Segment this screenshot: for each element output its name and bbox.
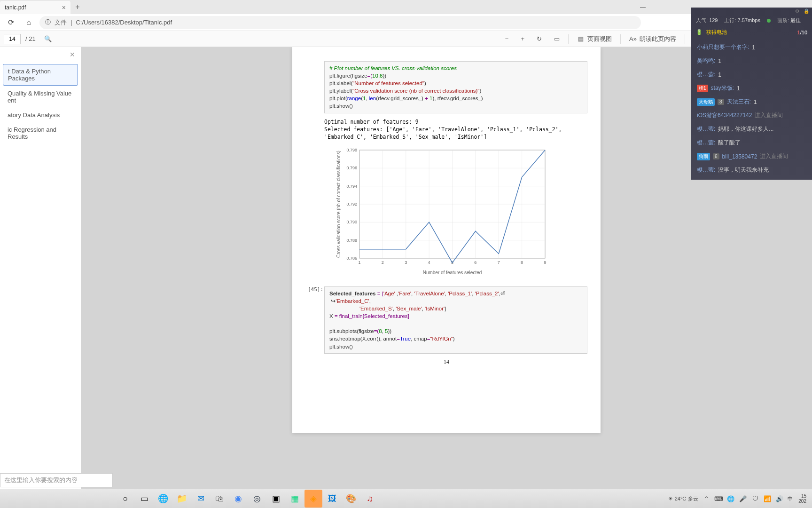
upload-label: 上行: xyxy=(724,17,736,23)
security-icon[interactable]: 🛡 xyxy=(751,494,759,503)
chat-item: 小莉只想要一个名字:1 xyxy=(691,40,812,54)
svg-text:2: 2 xyxy=(382,260,384,265)
t: =( xyxy=(367,73,373,79)
chat-msg: 没事，明天我来补充 xyxy=(718,166,769,174)
svg-text:0.786: 0.786 xyxy=(346,256,357,261)
svg-text:0.796: 0.796 xyxy=(346,166,357,170)
url-input[interactable]: ⓘ 文件 | C:/Users/16382/Desktop/Titanic.pd… xyxy=(39,16,641,29)
chat-user: 天法三石: xyxy=(727,98,751,106)
taskview-icon[interactable]: ▭ xyxy=(135,490,153,508)
close-icon[interactable]: × xyxy=(62,4,66,11)
t: .figure(figsize xyxy=(335,73,367,79)
pdf-toolbar: / 21 🔍 − + ↻ ▭ ▤ 页面视图 A» 朗读此页内容 ▽ 绘制 ▾ ✎… xyxy=(0,31,812,47)
weather-widget[interactable]: ☀ 24°C 多云 xyxy=(668,495,699,502)
chat-item: 榜1stay米饭:1 xyxy=(691,81,812,95)
chat-list[interactable]: 小莉只想要一个名字:1 吴鸣鸣:1 樱…萤:1 榜1stay米饭:1 大母鹅8天… xyxy=(691,38,812,180)
zoom-in-button[interactable]: + xyxy=(517,33,528,44)
popularity-label: 人气: xyxy=(696,17,708,23)
store-icon[interactable]: 🛍 xyxy=(211,490,228,508)
refresh-icon[interactable]: ⟳ xyxy=(4,16,18,30)
edge-icon[interactable]: 🌐 xyxy=(154,490,172,508)
t: 'Pclass_2' xyxy=(475,291,499,296)
livehime-icon[interactable]: ◈ xyxy=(304,490,322,508)
page-view-button[interactable]: ▤ 页面视图 xyxy=(573,33,616,45)
volume-icon[interactable]: 🔊 xyxy=(775,494,784,503)
pycharm-icon[interactable]: ▦ xyxy=(286,490,304,508)
t: (rfecv xyxy=(376,95,389,101)
t: )) xyxy=(388,328,391,334)
t: plt xyxy=(329,80,335,86)
t: 10 xyxy=(372,73,378,79)
read-aloud-button[interactable]: A» 朗读此页内容 xyxy=(625,33,680,45)
zoom-out-button[interactable]: − xyxy=(501,33,513,44)
toc-item-eda[interactable]: atory Data Analysis xyxy=(3,108,78,122)
tray-chevron-icon[interactable]: ⌃ xyxy=(702,494,710,503)
network-icon[interactable]: 🌐 xyxy=(726,494,735,503)
chat-msg: 妈耶，你这课好多人... xyxy=(718,125,773,133)
t: .xlabel( xyxy=(335,80,352,86)
svg-text:1: 1 xyxy=(358,260,360,265)
page-number: 14 xyxy=(305,358,587,365)
svg-text:8: 8 xyxy=(521,260,523,265)
svg-text:0.794: 0.794 xyxy=(346,184,357,189)
t: , xyxy=(369,298,371,304)
minimize-icon[interactable]: — xyxy=(633,0,652,14)
cortana-icon[interactable]: ○ xyxy=(117,490,134,508)
t: .grid_scores_) xyxy=(389,95,425,101)
explorer-icon[interactable]: 📁 xyxy=(173,490,191,508)
t: 'Embarked_C' xyxy=(336,298,369,304)
t: ), rfecv xyxy=(432,95,448,101)
svg-text:7: 7 xyxy=(498,260,500,265)
keyboard-icon[interactable]: ⌨ xyxy=(714,494,723,503)
photos-icon[interactable]: 🖼 xyxy=(323,490,341,508)
t: 'Age' xyxy=(383,291,395,296)
t: range xyxy=(347,95,361,101)
search-icon[interactable]: 🔍 xyxy=(40,33,55,44)
chat-item: 樱…萤:1 xyxy=(691,68,812,81)
steam-icon[interactable]: ◎ xyxy=(248,490,266,508)
svg-text:6: 6 xyxy=(474,260,476,265)
chat-msg: 1 xyxy=(737,85,740,92)
separator xyxy=(620,34,621,44)
clock-date: 202 xyxy=(798,499,806,504)
t: ,⏎ xyxy=(499,291,505,296)
mic-icon[interactable]: 🎤 xyxy=(739,494,747,503)
chat-msg: 1 xyxy=(718,71,721,78)
fit-page-icon[interactable]: ▭ xyxy=(550,33,563,44)
code-comment: # Plot number of features VS. cross-vali… xyxy=(329,65,457,71)
toc-item-data-packages[interactable]: t Data & Python Packages xyxy=(3,64,78,86)
page-view-icon: ▤ xyxy=(577,35,585,43)
t: plt xyxy=(329,103,335,109)
home-icon[interactable]: ⌂ xyxy=(22,16,36,30)
t: plt xyxy=(329,88,335,94)
toc-item-missing-value[interactable]: Quality & Missing Value ent xyxy=(3,87,78,107)
close-sidebar-icon[interactable]: ✕ xyxy=(70,51,75,58)
t: .heatmap(X xyxy=(338,336,366,341)
url-separator: | xyxy=(70,19,72,26)
paint-icon[interactable]: 🎨 xyxy=(342,490,360,508)
lock-icon[interactable]: 🔒 xyxy=(804,8,809,14)
info-icon: ⓘ xyxy=(45,18,51,26)
page-view-label: 页面视图 xyxy=(587,35,612,43)
page-number-input[interactable] xyxy=(4,34,21,44)
popularity-value: 129 xyxy=(709,17,718,23)
netease-music-icon[interactable]: ♫ xyxy=(361,490,379,508)
terminal-icon[interactable]: ▣ xyxy=(267,490,285,508)
t: ) xyxy=(424,80,426,86)
search-input[interactable]: 在这里输入你要搜索的内容 xyxy=(0,473,113,487)
chat-user: 樱…萤: xyxy=(697,166,715,174)
wifi-icon[interactable]: 📶 xyxy=(763,494,772,503)
toc-item-regression[interactable]: ic Regression and Results xyxy=(3,123,78,143)
svg-text:0.792: 0.792 xyxy=(346,202,357,206)
t: len xyxy=(369,95,376,101)
output-text: Optimal number of features: 9 Selected f… xyxy=(324,118,587,141)
chat-msg: 1 xyxy=(752,44,755,51)
mail-icon[interactable]: ✉ xyxy=(192,490,210,508)
ime-indicator[interactable]: 中 xyxy=(788,495,793,502)
new-tab-button[interactable]: + xyxy=(70,3,85,11)
chrome-icon[interactable]: ◉ xyxy=(229,490,247,508)
clock[interactable]: 15 202 xyxy=(796,493,808,504)
rotate-icon[interactable]: ↻ xyxy=(533,33,546,44)
browser-tab[interactable]: tanic.pdf × xyxy=(0,1,70,14)
gear-icon[interactable]: ⚙ xyxy=(795,8,801,14)
